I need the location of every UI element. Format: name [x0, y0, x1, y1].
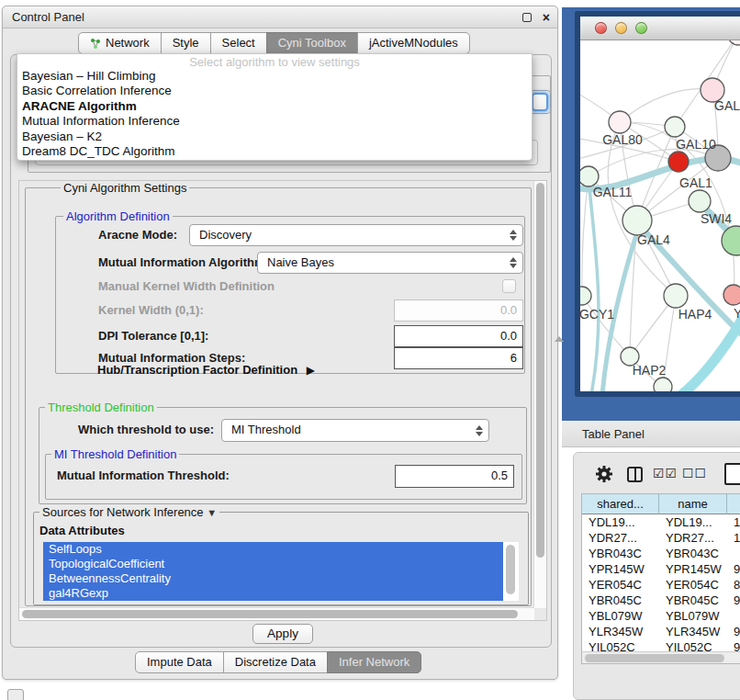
table-cell[interactable]: YBR043C: [659, 546, 727, 561]
table-cell[interactable]: [727, 608, 740, 624]
table-cell[interactable]: YBR043C: [582, 546, 659, 561]
table-row[interactable]: YPR145WYPR145W9.: [582, 561, 740, 577]
table-cell[interactable]: YBL079W: [582, 608, 659, 624]
list-item-selected[interactable]: BetweennessCentrality: [43, 571, 503, 586]
gear-icon[interactable]: [594, 464, 614, 484]
table-horizontal-scrollbar[interactable]: [582, 651, 740, 663]
horizontal-scrollbar[interactable]: [19, 607, 534, 620]
network-node[interactable]: [580, 287, 591, 305]
network-node[interactable]: [723, 285, 740, 305]
dropdown-item[interactable]: Bayesian – K2: [17, 130, 532, 144]
mi-type-combobox[interactable]: Naive Bayes: [257, 252, 523, 274]
tab-impute-data[interactable]: Impute Data: [135, 651, 224, 673]
table-cell[interactable]: YPR145W: [659, 561, 727, 577]
table-cell[interactable]: YBR045C: [582, 593, 659, 608]
table-cell[interactable]: YER054C: [582, 577, 659, 593]
network-node[interactable]: [609, 111, 631, 133]
list-scrollbar[interactable]: [503, 542, 519, 601]
table-row[interactable]: YLR345WYLR345W9.: [582, 624, 740, 639]
network-node[interactable]: [728, 40, 740, 45]
tab-label: Cyni Toolbox: [278, 33, 346, 53]
table-cell[interactable]: YDL19...: [659, 514, 727, 530]
tab-jactivemnodules[interactable]: jActiveMNodules: [357, 32, 470, 54]
table-cell[interactable]: 13: [727, 514, 740, 530]
minimize-traffic-icon[interactable]: [615, 22, 627, 34]
dropdown-item[interactable]: Dream8 DC_TDC Algorithm: [17, 144, 532, 159]
network-canvas[interactable]: GAL7GAL80GAL10GAL1GAL11SWI4GAL4GCY1HAP4Y…: [580, 40, 740, 391]
table-cell[interactable]: 9.: [727, 561, 740, 577]
mi-steps-field[interactable]: 6: [394, 347, 523, 369]
kernel-width-field[interactable]: 0.0: [394, 299, 523, 322]
table-row[interactable]: YER054CYER054C8.: [582, 577, 740, 593]
table-cell[interactable]: YLR345W: [582, 624, 659, 639]
table-cell[interactable]: 9.: [727, 593, 740, 608]
aracne-mode-combobox[interactable]: Discovery: [189, 224, 523, 246]
float-window-icon[interactable]: [522, 13, 532, 22]
table-cell[interactable]: YER054C: [659, 577, 727, 593]
network-node[interactable]: [622, 206, 652, 235]
network-node[interactable]: [665, 117, 685, 137]
table-cell[interactable]: YDL19...: [582, 514, 659, 530]
network-node[interactable]: [664, 284, 688, 308]
network-node[interactable]: [689, 190, 711, 212]
dropdown-item[interactable]: ARACNE Algorithm: [17, 99, 532, 114]
network-edge[interactable]: [620, 89, 712, 122]
manual-kernel-checkbox[interactable]: [502, 279, 516, 293]
tab-infer-network[interactable]: Infer Network: [327, 651, 421, 673]
table-row[interactable]: YBR043CYBR043C: [582, 546, 740, 561]
deselect-all-icon[interactable]: ☐☐: [682, 466, 707, 480]
table-row[interactable]: YDR27...YDR27...12: [582, 530, 740, 546]
table-row[interactable]: YBR045CYBR045C9.: [582, 593, 740, 608]
list-item-selected[interactable]: TopologicalCoefficient: [43, 557, 503, 571]
table-row[interactable]: YBL079WYBL079W: [582, 608, 740, 624]
close-traffic-icon[interactable]: [595, 22, 607, 34]
tab-select[interactable]: Select: [210, 32, 267, 54]
collapsed-panel-chip[interactable]: [7, 689, 24, 700]
sources-toggle[interactable]: Sources for Network Inference ▼: [39, 505, 219, 520]
table-cell[interactable]: [727, 546, 740, 561]
apply-button[interactable]: Apply: [252, 624, 313, 644]
vertical-scrollbar[interactable]: [533, 181, 546, 608]
document-icon[interactable]: [724, 463, 740, 485]
dropdown-item[interactable]: Mutual Information Inference: [17, 114, 532, 129]
network-edge[interactable]: [582, 176, 589, 296]
table-cell[interactable]: 9.: [727, 624, 740, 639]
network-view-frame[interactable]: GAL7GAL80GAL10GAL1GAL11SWI4GAL4GCY1HAP4Y…: [575, 11, 740, 397]
column-header[interactable]: shared...: [582, 494, 659, 514]
dropdown-item[interactable]: Bayesian – Hill Climbing: [17, 69, 532, 84]
mi-threshold-field[interactable]: 0.5: [395, 465, 514, 488]
tab-network[interactable]: Network: [78, 32, 162, 54]
hub-definition-toggle[interactable]: Hub/Transcription Factor Definition ▶: [97, 363, 315, 377]
table-cell[interactable]: 8.: [727, 577, 740, 593]
tab-discretize-data[interactable]: Discretize Data: [223, 651, 328, 673]
table-cell[interactable]: YPR145W: [582, 561, 659, 577]
table-cell[interactable]: YDR27...: [582, 530, 659, 546]
dropdown-item[interactable]: Basic Correlation Inference: [17, 84, 532, 98]
close-icon[interactable]: ×: [543, 9, 550, 26]
network-node[interactable]: [668, 152, 689, 172]
network-node[interactable]: [580, 166, 599, 186]
network-edge[interactable]: [589, 178, 599, 391]
list-item-selected[interactable]: SelfLoops: [43, 542, 503, 557]
data-attributes-list[interactable]: SelfLoopsTopologicalCoefficientBetweenne…: [43, 542, 519, 601]
table-cell[interactable]: YBL079W: [659, 608, 727, 624]
column-header[interactable]: A: [727, 494, 740, 514]
tab-style[interactable]: Style: [161, 32, 211, 54]
table-cell[interactable]: YDR27...: [659, 530, 727, 546]
network-edge[interactable]: [582, 296, 630, 356]
columns-icon[interactable]: [627, 467, 643, 482]
network-node[interactable]: [654, 378, 672, 391]
select-all-icon[interactable]: ☑☑: [653, 466, 678, 480]
splitter-collapse-icon[interactable]: [555, 336, 564, 342]
list-item-selected[interactable]: gal4RGexp: [43, 586, 503, 601]
table-cell[interactable]: YBR045C: [659, 593, 727, 608]
table-cell[interactable]: 12: [727, 530, 740, 546]
zoom-traffic-icon[interactable]: [635, 22, 647, 34]
tab-cyni-toolbox[interactable]: Cyni Toolbox: [266, 32, 358, 54]
dpi-tolerance-field[interactable]: 0.0: [394, 325, 523, 347]
combobox-stepper-icon[interactable]: [532, 93, 548, 111]
table-cell[interactable]: YLR345W: [659, 624, 727, 639]
which-threshold-combobox[interactable]: MI Threshold: [221, 419, 489, 442]
column-header[interactable]: name: [659, 494, 727, 514]
table-row[interactable]: YDL19...YDL19...13: [582, 514, 740, 530]
